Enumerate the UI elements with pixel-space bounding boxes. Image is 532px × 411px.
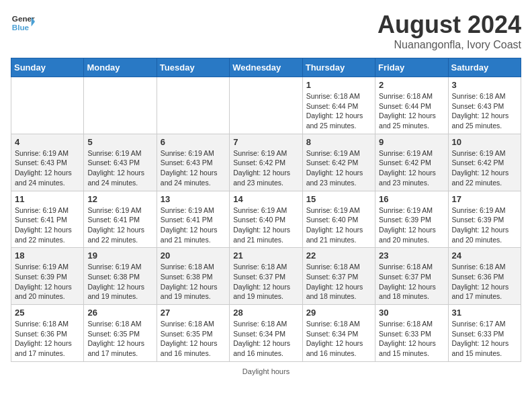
calendar-cell: 14Sunrise: 6:19 AMSunset: 6:40 PMDayligh… <box>230 191 302 248</box>
calendar-cell: 13Sunrise: 6:19 AMSunset: 6:41 PMDayligh… <box>157 191 229 248</box>
day-number: 30 <box>379 308 444 318</box>
day-info: Sunrise: 6:17 AMSunset: 6:33 PMDaylight:… <box>452 319 517 359</box>
day-of-week-header: Monday <box>84 58 157 77</box>
calendar-cell: 17Sunrise: 6:19 AMSunset: 6:39 PMDayligh… <box>448 191 521 248</box>
calendar-week-row: 25Sunrise: 6:18 AMSunset: 6:36 PMDayligh… <box>11 305 521 362</box>
day-info: Sunrise: 6:18 AMSunset: 6:37 PMDaylight:… <box>306 262 371 302</box>
day-number: 13 <box>161 194 226 204</box>
day-info: Sunrise: 6:18 AMSunset: 6:44 PMDaylight:… <box>379 91 444 131</box>
calendar-cell: 7Sunrise: 6:19 AMSunset: 6:42 PMDaylight… <box>230 134 302 191</box>
day-info: Sunrise: 6:19 AMSunset: 6:41 PMDaylight:… <box>161 205 226 245</box>
svg-text:Blue: Blue <box>12 23 30 32</box>
calendar-cell: 28Sunrise: 6:18 AMSunset: 6:34 PMDayligh… <box>230 305 302 362</box>
subtitle: Nuanangonfla, Ivory Coast <box>378 39 521 51</box>
calendar-table: SundayMondayTuesdayWednesdayThursdayFrid… <box>11 58 521 362</box>
day-number: 15 <box>306 194 371 204</box>
day-info: Sunrise: 6:19 AMSunset: 6:42 PMDaylight:… <box>306 148 371 188</box>
calendar-cell <box>157 77 229 134</box>
calendar-cell: 23Sunrise: 6:18 AMSunset: 6:37 PMDayligh… <box>375 248 448 305</box>
day-info: Sunrise: 6:19 AMSunset: 6:38 PMDaylight:… <box>87 262 152 302</box>
day-info: Sunrise: 6:19 AMSunset: 6:42 PMDaylight:… <box>379 148 444 188</box>
day-of-week-header: Wednesday <box>230 58 302 77</box>
day-info: Sunrise: 6:18 AMSunset: 6:43 PMDaylight:… <box>452 91 517 131</box>
calendar-cell: 19Sunrise: 6:19 AMSunset: 6:38 PMDayligh… <box>84 248 157 305</box>
calendar-cell: 9Sunrise: 6:19 AMSunset: 6:42 PMDaylight… <box>375 134 448 191</box>
day-of-week-header: Thursday <box>302 58 375 77</box>
calendar-cell: 15Sunrise: 6:19 AMSunset: 6:40 PMDayligh… <box>302 191 375 248</box>
calendar-cell: 1Sunrise: 6:18 AMSunset: 6:44 PMDaylight… <box>302 77 375 134</box>
calendar-cell: 16Sunrise: 6:19 AMSunset: 6:39 PMDayligh… <box>375 191 448 248</box>
day-info: Sunrise: 6:19 AMSunset: 6:43 PMDaylight:… <box>161 148 226 188</box>
day-info: Sunrise: 6:19 AMSunset: 6:41 PMDaylight:… <box>15 205 80 245</box>
day-number: 10 <box>452 137 517 147</box>
day-number: 7 <box>233 137 298 147</box>
logo: General Blue <box>11 11 35 35</box>
day-info: Sunrise: 6:19 AMSunset: 6:42 PMDaylight:… <box>452 148 517 188</box>
day-info: Sunrise: 6:18 AMSunset: 6:37 PMDaylight:… <box>379 262 444 302</box>
calendar-cell: 18Sunrise: 6:19 AMSunset: 6:39 PMDayligh… <box>11 248 84 305</box>
day-of-week-header: Saturday <box>448 58 521 77</box>
day-number: 9 <box>379 137 444 147</box>
day-info: Sunrise: 6:18 AMSunset: 6:38 PMDaylight:… <box>161 262 226 302</box>
calendar-cell: 20Sunrise: 6:18 AMSunset: 6:38 PMDayligh… <box>157 248 229 305</box>
day-info: Sunrise: 6:18 AMSunset: 6:44 PMDaylight:… <box>306 91 371 131</box>
day-info: Sunrise: 6:19 AMSunset: 6:42 PMDaylight:… <box>233 148 298 188</box>
main-title: August 2024 <box>378 11 521 39</box>
day-number: 29 <box>306 308 371 318</box>
day-number: 8 <box>306 137 371 147</box>
calendar-cell: 10Sunrise: 6:19 AMSunset: 6:42 PMDayligh… <box>448 134 521 191</box>
calendar-week-row: 11Sunrise: 6:19 AMSunset: 6:41 PMDayligh… <box>11 191 521 248</box>
day-info: Sunrise: 6:19 AMSunset: 6:41 PMDaylight:… <box>87 205 152 245</box>
calendar-cell: 12Sunrise: 6:19 AMSunset: 6:41 PMDayligh… <box>84 191 157 248</box>
page-header: General Blue August 2024 Nuanangonfla, I… <box>11 11 521 51</box>
day-number: 28 <box>233 308 298 318</box>
day-info: Sunrise: 6:18 AMSunset: 6:35 PMDaylight:… <box>87 319 152 359</box>
day-number: 20 <box>161 250 226 261</box>
day-number: 12 <box>87 194 152 204</box>
calendar-cell <box>11 77 84 134</box>
day-info: Sunrise: 6:18 AMSunset: 6:36 PMDaylight:… <box>452 262 517 302</box>
day-info: Sunrise: 6:19 AMSunset: 6:39 PMDaylight:… <box>452 205 517 245</box>
day-number: 5 <box>87 137 152 147</box>
day-number: 2 <box>379 80 444 90</box>
day-number: 22 <box>306 250 371 261</box>
day-number: 14 <box>233 194 298 204</box>
day-info: Sunrise: 6:19 AMSunset: 6:43 PMDaylight:… <box>87 148 152 188</box>
calendar-week-row: 4Sunrise: 6:19 AMSunset: 6:43 PMDaylight… <box>11 134 521 191</box>
calendar-cell: 27Sunrise: 6:18 AMSunset: 6:35 PMDayligh… <box>157 305 229 362</box>
calendar-cell: 30Sunrise: 6:18 AMSunset: 6:33 PMDayligh… <box>375 305 448 362</box>
calendar-cell: 3Sunrise: 6:18 AMSunset: 6:43 PMDaylight… <box>448 77 521 134</box>
title-block: August 2024 Nuanangonfla, Ivory Coast <box>378 11 521 51</box>
day-number: 6 <box>161 137 226 147</box>
day-number: 19 <box>87 250 152 261</box>
day-number: 21 <box>233 250 298 261</box>
day-number: 31 <box>452 308 517 318</box>
day-of-week-header: Sunday <box>11 58 84 77</box>
calendar-cell: 26Sunrise: 6:18 AMSunset: 6:35 PMDayligh… <box>84 305 157 362</box>
logo-icon: General Blue <box>11 11 35 35</box>
day-info: Sunrise: 6:18 AMSunset: 6:34 PMDaylight:… <box>233 319 298 359</box>
day-number: 24 <box>452 250 517 261</box>
calendar-cell: 2Sunrise: 6:18 AMSunset: 6:44 PMDaylight… <box>375 77 448 134</box>
day-info: Sunrise: 6:19 AMSunset: 6:40 PMDaylight:… <box>306 205 371 245</box>
day-info: Sunrise: 6:19 AMSunset: 6:39 PMDaylight:… <box>15 262 80 302</box>
day-number: 3 <box>452 80 517 90</box>
calendar-cell: 5Sunrise: 6:19 AMSunset: 6:43 PMDaylight… <box>84 134 157 191</box>
day-of-week-header: Tuesday <box>157 58 229 77</box>
day-info: Sunrise: 6:19 AMSunset: 6:39 PMDaylight:… <box>379 205 444 245</box>
day-info: Sunrise: 6:18 AMSunset: 6:33 PMDaylight:… <box>379 319 444 359</box>
day-number: 17 <box>452 194 517 204</box>
day-info: Sunrise: 6:19 AMSunset: 6:40 PMDaylight:… <box>233 205 298 245</box>
calendar-cell: 29Sunrise: 6:18 AMSunset: 6:34 PMDayligh… <box>302 305 375 362</box>
calendar-cell: 6Sunrise: 6:19 AMSunset: 6:43 PMDaylight… <box>157 134 229 191</box>
day-number: 18 <box>15 250 80 261</box>
calendar-cell: 31Sunrise: 6:17 AMSunset: 6:33 PMDayligh… <box>448 305 521 362</box>
calendar-cell: 24Sunrise: 6:18 AMSunset: 6:36 PMDayligh… <box>448 248 521 305</box>
footer: Daylight hours <box>11 367 521 375</box>
calendar-cell: 4Sunrise: 6:19 AMSunset: 6:43 PMDaylight… <box>11 134 84 191</box>
day-info: Sunrise: 6:18 AMSunset: 6:36 PMDaylight:… <box>15 319 80 359</box>
day-info: Sunrise: 6:18 AMSunset: 6:34 PMDaylight:… <box>306 319 371 359</box>
day-info: Sunrise: 6:18 AMSunset: 6:35 PMDaylight:… <box>161 319 226 359</box>
calendar-cell: 21Sunrise: 6:18 AMSunset: 6:37 PMDayligh… <box>230 248 302 305</box>
calendar-week-row: 1Sunrise: 6:18 AMSunset: 6:44 PMDaylight… <box>11 77 521 134</box>
